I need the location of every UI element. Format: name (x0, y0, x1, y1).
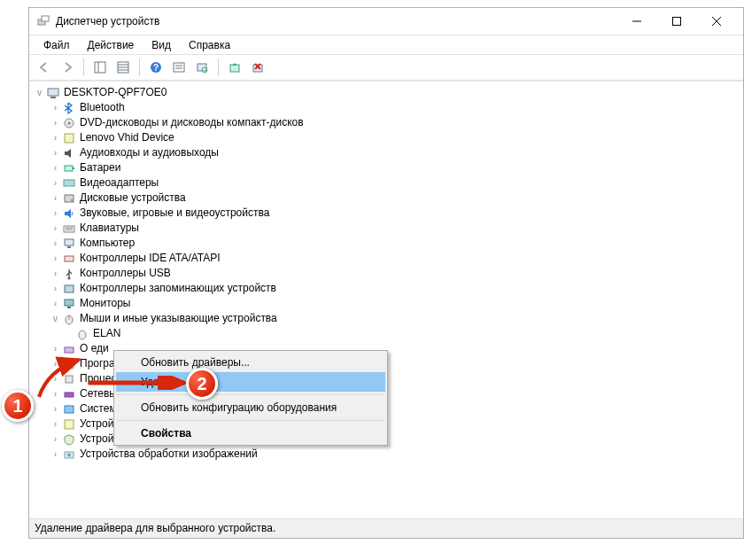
annotation-arrow-2 (87, 376, 193, 390)
annotation-badge-1: 1 (2, 390, 34, 422)
menu-action[interactable]: Действие (79, 37, 143, 53)
tree-label: Звуковые, игровые и видеоустройства (80, 206, 269, 221)
tree-item[interactable]: ›Компьютер (31, 236, 743, 251)
tree-label: Клавиатуры (80, 221, 139, 236)
tree-label: Батареи (80, 160, 120, 175)
expander-icon[interactable]: › (49, 221, 62, 236)
tree-item[interactable]: ›Lenovo Vhid Device (31, 130, 743, 145)
svg-rect-40 (65, 285, 74, 292)
tree-item[interactable]: ›Bluetooth (31, 100, 743, 115)
maximize-button[interactable] (656, 8, 696, 35)
svg-rect-3 (672, 18, 680, 26)
svg-rect-28 (65, 166, 73, 171)
svg-rect-1 (42, 16, 49, 21)
tree-item[interactable]: ›Контроллеры IDE ATA/ATAPI (31, 251, 743, 266)
expander-icon[interactable]: › (49, 416, 62, 432)
menu-view[interactable]: Вид (143, 37, 180, 53)
keyboard-icon (62, 222, 76, 236)
toolbar: ? (29, 54, 743, 81)
expander-icon[interactable]: › (49, 266, 62, 281)
expander-icon[interactable]: v (33, 85, 46, 100)
svg-rect-6 (95, 62, 105, 73)
properties-icon[interactable] (113, 58, 133, 77)
expander-icon[interactable]: › (49, 191, 62, 206)
expander-icon[interactable]: › (49, 236, 62, 251)
security-icon (62, 432, 76, 447)
device-tree[interactable]: v DESKTOP-QPF7OE0 ›Bluetooth ›DVD-дисков… (29, 82, 743, 518)
tree-item[interactable]: ›Звуковые, игровые и видеоустройства (31, 206, 743, 221)
context-menu: Обновить драйверы... Удалить Обновить ко… (113, 350, 388, 446)
scan-icon[interactable] (192, 58, 212, 77)
svg-rect-30 (64, 180, 74, 186)
svg-rect-51 (65, 420, 74, 429)
expander-icon[interactable]: › (49, 100, 62, 115)
svg-rect-37 (67, 246, 71, 248)
svg-rect-38 (65, 256, 74, 261)
svg-rect-41 (65, 299, 74, 306)
computer-icon (46, 86, 60, 100)
computer-icon (62, 237, 76, 251)
window-controls (616, 8, 736, 35)
tree-label: Контроллеры USB (80, 266, 171, 281)
nav-forward-icon[interactable] (58, 58, 77, 77)
svg-point-45 (79, 331, 86, 339)
nav-back-icon[interactable] (35, 58, 54, 77)
expander-icon[interactable]: › (49, 130, 62, 145)
tree-label: Компьютер (80, 236, 135, 251)
mouse-icon (75, 327, 89, 341)
mouse-category-icon (62, 312, 76, 326)
expander-icon[interactable]: › (49, 432, 62, 447)
expander-icon[interactable]: › (49, 160, 62, 175)
battery-icon (62, 161, 76, 175)
expander-icon[interactable]: › (49, 115, 62, 130)
svg-rect-14 (174, 63, 184, 72)
tree-item-expanded[interactable]: vМыши и иные указывающие устройства (31, 311, 743, 326)
tree-item[interactable]: ›DVD-дисководы и дисководы компакт-диско… (31, 115, 743, 130)
svg-point-26 (68, 121, 71, 124)
show-hide-tree-icon[interactable] (90, 58, 110, 77)
uninstall-icon[interactable] (248, 58, 267, 77)
list-icon[interactable] (169, 58, 189, 77)
tree-item[interactable]: ›Видеоадаптеры (31, 175, 743, 191)
hid-icon (62, 417, 76, 432)
storage-controller-icon (62, 282, 76, 296)
minimize-button[interactable] (616, 8, 656, 35)
menu-file[interactable]: Файл (35, 37, 79, 53)
expander-icon[interactable]: v (49, 311, 62, 326)
tree-label: ELAN (93, 326, 120, 341)
help-icon[interactable]: ? (146, 58, 166, 77)
toolbar-sep (218, 58, 219, 76)
tree-root[interactable]: v DESKTOP-QPF7OE0 (31, 85, 743, 100)
expander-icon[interactable]: › (49, 281, 62, 296)
menu-help[interactable]: Справка (180, 37, 239, 53)
expander-icon[interactable]: › (49, 251, 62, 266)
expander-icon[interactable]: › (49, 145, 62, 160)
tree-label: DESKTOP-QPF7OE0 (64, 85, 167, 100)
titlebar: Диспетчер устройств (29, 8, 743, 35)
tree-item[interactable]: ›Контроллеры запоминающих устройств (31, 281, 743, 296)
tree-child-selected[interactable]: ELAN (31, 326, 743, 341)
tree-item[interactable]: ›Аудиовходы и аудиовыходы (31, 145, 743, 160)
expander-icon[interactable]: › (49, 206, 62, 221)
ide-icon (62, 252, 76, 266)
expander-icon[interactable]: › (49, 447, 62, 462)
tree-item[interactable]: ›Устройства обработки изображений (31, 447, 743, 462)
tree-item[interactable]: ›Мониторы (31, 296, 743, 311)
close-button[interactable] (696, 8, 736, 35)
tree-item[interactable]: ›Клавиатуры (31, 221, 743, 236)
update-driver-icon[interactable] (225, 58, 244, 77)
statusbar: Удаление драйвера для выбранного устройс… (29, 518, 743, 538)
audio-icon (62, 146, 76, 160)
hid-icon (62, 131, 76, 145)
tree-label: Lenovo Vhid Device (80, 130, 174, 145)
tree-item[interactable]: ›Батареи (31, 160, 743, 175)
ctx-properties[interactable]: Свойства (116, 424, 385, 443)
tree-item[interactable]: ›Контроллеры USB (31, 266, 743, 281)
svg-rect-42 (67, 307, 71, 308)
expander-icon[interactable]: › (49, 296, 62, 311)
tree-item[interactable]: ›Дисковые устройства (31, 191, 743, 206)
ctx-update-drivers[interactable]: Обновить драйверы... (116, 353, 385, 372)
ctx-scan-hardware[interactable]: Обновить конфигурацию оборудования (116, 398, 385, 417)
tree-label: Аудиовходы и аудиовыходы (80, 145, 219, 160)
expander-icon[interactable]: › (49, 175, 62, 191)
